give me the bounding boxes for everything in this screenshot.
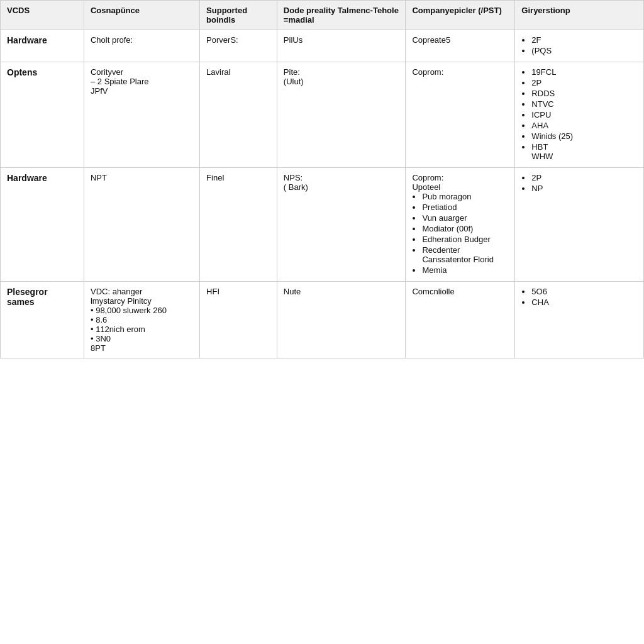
list-item: 2F bbox=[531, 35, 637, 45]
cell-generation: 2PNP bbox=[515, 168, 644, 282]
list-item: 19FCL bbox=[531, 67, 637, 77]
header-col2: Cosnapünce bbox=[84, 1, 199, 30]
header-col1: VCDS bbox=[1, 1, 84, 30]
list-item: NTVC bbox=[531, 99, 637, 109]
table-row: HardwareCholt profe:PorverS:PilUsCopreat… bbox=[1, 30, 644, 62]
cell-compliance: Cholt profe: bbox=[84, 30, 199, 62]
list-item: CHA bbox=[531, 297, 637, 307]
list-item: NP bbox=[531, 184, 637, 193]
cell-supported: HFI bbox=[200, 282, 277, 358]
cell-company: Comcnliolle bbox=[406, 282, 515, 358]
cell-preality: PilUs bbox=[277, 30, 406, 62]
cell-compliance: NPT bbox=[84, 168, 199, 282]
list-item: 2P bbox=[531, 173, 637, 182]
cell-supported: PorverS: bbox=[200, 30, 277, 62]
cell-type: Hardware bbox=[1, 30, 84, 62]
header-col5: Companyepicler (/PST) bbox=[406, 1, 515, 30]
list-item: Winids (25) bbox=[531, 131, 637, 141]
cell-preality: Nute bbox=[277, 282, 406, 358]
table-row: OptensCorityver– 2 Spiate PlareJPfVLavir… bbox=[1, 62, 644, 168]
header-col3: Supported boindls bbox=[200, 1, 277, 30]
cell-company: Copreate5 bbox=[406, 30, 515, 62]
cell-generation: 2F(PQS bbox=[515, 30, 644, 62]
cell-supported: Laviral bbox=[200, 62, 277, 168]
cell-supported: Finel bbox=[200, 168, 277, 282]
list-item: HBTWHW bbox=[531, 142, 637, 161]
cell-compliance: VDC: ahangerlmystarcy Pinitcy• 98,000 sl… bbox=[84, 282, 199, 358]
list-item: RDDS bbox=[531, 89, 637, 98]
list-item: (PQS bbox=[531, 46, 637, 55]
table-row: HardwareNPTFinelNPS:( Bark)Coprom:Upotee… bbox=[1, 168, 644, 282]
cell-generation: 5O6CHA bbox=[515, 282, 644, 358]
cell-generation: 19FCL2PRDDSNTVCICPUAHAWinids (25)HBTWHW bbox=[515, 62, 644, 168]
main-table: VCDS Cosnapünce Supported boindls Dode p… bbox=[0, 0, 644, 358]
cell-type: Optens bbox=[1, 62, 84, 168]
table-row: Plesegror samesVDC: ahangerlmystarcy Pin… bbox=[1, 282, 644, 358]
header-col6: Giryerstionp bbox=[515, 1, 644, 30]
list-item: AHA bbox=[531, 121, 637, 130]
cell-company: Coprom: bbox=[406, 62, 515, 168]
cell-preality: NPS:( Bark) bbox=[277, 168, 406, 282]
header-row: VCDS Cosnapünce Supported boindls Dode p… bbox=[1, 1, 644, 30]
header-col4: Dode preality Talmenc-Tehole =madial bbox=[277, 1, 406, 30]
list-item: 5O6 bbox=[531, 287, 637, 296]
cell-type: Hardware bbox=[1, 168, 84, 282]
cell-preality: Pite:(Ulut) bbox=[277, 62, 406, 168]
list-item: 2P bbox=[531, 78, 637, 87]
cell-compliance: Corityver– 2 Spiate PlareJPfV bbox=[84, 62, 199, 168]
cell-company: Coprom:UpoteelPub moragonPretiatiodVun a… bbox=[406, 168, 515, 282]
list-item: ICPU bbox=[531, 110, 637, 119]
cell-type: Plesegror sames bbox=[1, 282, 84, 358]
